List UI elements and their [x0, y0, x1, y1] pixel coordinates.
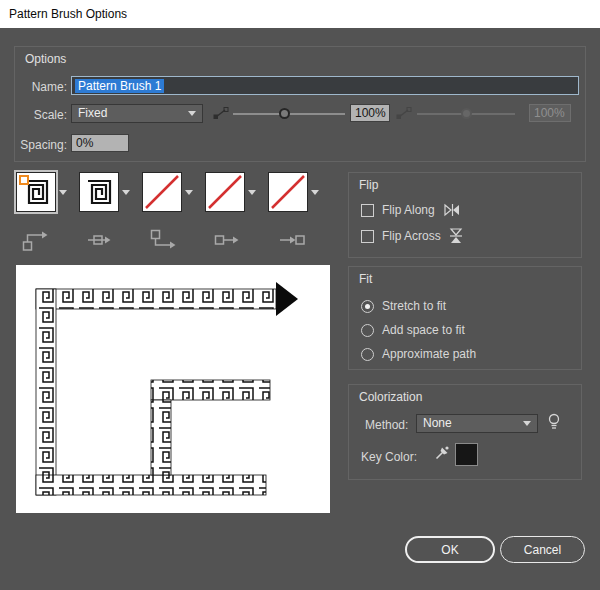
start-tile[interactable]: [205, 172, 245, 212]
chevron-down-icon[interactable]: [185, 190, 193, 195]
scale-variation-slider-handle: [461, 108, 472, 119]
outer-corner-position-icon: [22, 229, 50, 251]
flip-group-title: Flip: [359, 178, 378, 192]
title-bar: Pattern Brush Options: [0, 0, 600, 28]
greek-key-path-preview: [16, 265, 330, 513]
outer-corner-tile-button[interactable]: [16, 172, 67, 212]
scale-value-field[interactable]: 100%: [350, 104, 390, 122]
chevron-down-icon[interactable]: [248, 190, 256, 195]
chevron-down-icon[interactable]: [311, 190, 319, 195]
flip-across-icon: [449, 227, 463, 245]
scale-dropdown[interactable]: Fixed: [71, 104, 203, 123]
spiral-pattern-icon: [85, 178, 113, 206]
pattern-brush-options-window: Pattern Brush Options Options Name: Patt…: [0, 0, 600, 590]
cancel-button-label: Cancel: [524, 543, 561, 557]
side-tile[interactable]: [79, 172, 119, 212]
window-title: Pattern Brush Options: [9, 7, 127, 21]
colorization-method-value: None: [423, 415, 452, 432]
flip-along-icon: [443, 203, 461, 217]
none-slash-icon: [269, 173, 307, 211]
key-color-swatch[interactable]: [455, 443, 478, 466]
colorization-method-dropdown[interactable]: None: [416, 414, 538, 433]
outer-corner-tile[interactable]: [16, 172, 56, 212]
chevron-down-icon: [188, 111, 196, 116]
start-tile-button[interactable]: [205, 172, 256, 212]
stretch-to-fit-label: Stretch to fit: [382, 297, 446, 315]
scale-dropdown-value: Fixed: [78, 105, 107, 122]
colorization-group: Colorization Method: None Key Color:: [348, 384, 582, 480]
approximate-path-radio[interactable]: [361, 348, 374, 361]
options-group-title: Options: [25, 52, 66, 66]
chevron-down-icon: [523, 421, 531, 426]
colorization-group-title: Colorization: [359, 390, 422, 404]
scale-variation-value-field: 100%: [529, 104, 571, 122]
add-space-to-fit-radio[interactable]: [361, 324, 374, 337]
scale-slider[interactable]: [233, 113, 345, 115]
stretch-to-fit-radio[interactable]: [361, 300, 374, 313]
scale-variation-slider: [417, 113, 515, 115]
end-tile[interactable]: [268, 172, 308, 212]
spacing-field[interactable]: 0%: [71, 134, 129, 152]
tile-buttons-row: [16, 172, 319, 212]
options-group: Options Name: Pattern Brush 1 Scale: Fix…: [14, 46, 586, 162]
fit-group: Fit Stretch to fit Add space to fit Appr…: [348, 266, 582, 370]
none-slash-icon: [206, 173, 244, 211]
flip-across-row: Flip Across: [361, 227, 463, 245]
scale-slider-icon: [213, 107, 229, 120]
lightbulb-icon: [547, 413, 561, 432]
inner-corner-position-icon: [150, 229, 178, 251]
approximate-path-label: Approximate path: [382, 345, 476, 363]
side-position-icon: [86, 229, 114, 251]
brush-name-value: Pattern Brush 1: [75, 79, 164, 93]
fit-group-title: Fit: [359, 272, 372, 286]
none-slash-icon: [143, 173, 181, 211]
name-label: Name:: [17, 78, 67, 96]
fit-option-row: Add space to fit: [361, 321, 465, 339]
cancel-button[interactable]: Cancel: [500, 536, 585, 563]
brush-name-input[interactable]: Pattern Brush 1: [71, 76, 579, 95]
ok-button-label: OK: [441, 543, 458, 557]
flip-across-checkbox[interactable]: [361, 230, 374, 243]
flip-along-row: Flip Along: [361, 201, 461, 219]
fit-option-row: Stretch to fit: [361, 297, 446, 315]
add-space-to-fit-label: Add space to fit: [382, 321, 465, 339]
selected-corner-marker-icon: [19, 175, 29, 185]
path-end-arrow: [276, 282, 298, 316]
scale-variation-slider-icon: [396, 107, 412, 120]
start-position-icon: [214, 229, 242, 251]
key-color-label: Key Color:: [361, 448, 417, 466]
end-position-icon: [278, 229, 306, 251]
spacing-label: Spacing:: [17, 136, 67, 154]
eyedropper-icon[interactable]: [434, 445, 450, 461]
inner-corner-tile[interactable]: [142, 172, 182, 212]
flip-along-label: Flip Along: [382, 201, 435, 219]
chevron-down-icon[interactable]: [122, 190, 130, 195]
fit-option-row: Approximate path: [361, 345, 476, 363]
flip-across-label: Flip Across: [382, 227, 441, 245]
ok-button[interactable]: OK: [405, 536, 495, 563]
chevron-down-icon[interactable]: [59, 190, 67, 195]
scale-label: Scale:: [17, 106, 67, 124]
tile-position-icons-row: [22, 229, 306, 251]
inner-corner-tile-button[interactable]: [142, 172, 193, 212]
scale-slider-handle[interactable]: [279, 108, 290, 119]
method-label: Method:: [365, 416, 408, 434]
flip-along-checkbox[interactable]: [361, 204, 374, 217]
flip-group: Flip Flip Along Flip Across: [348, 172, 582, 258]
brush-preview: [16, 265, 330, 513]
side-tile-button[interactable]: [79, 172, 130, 212]
end-tile-button[interactable]: [268, 172, 319, 212]
